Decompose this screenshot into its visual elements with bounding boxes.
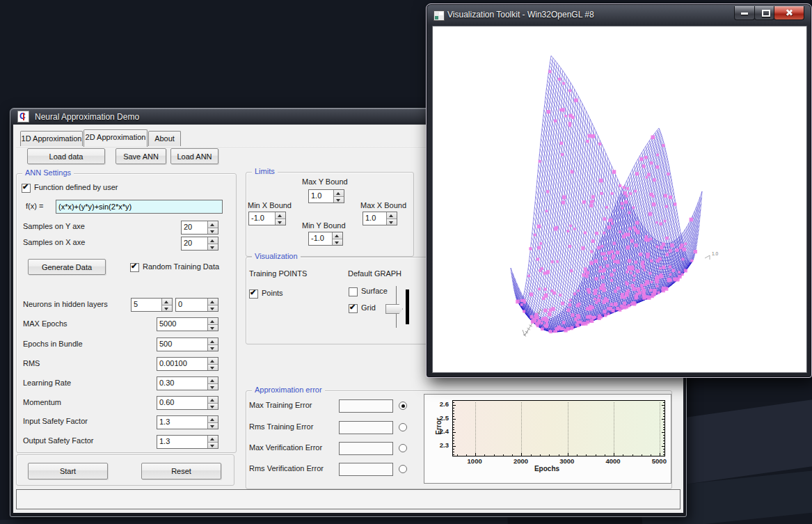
vtk-render-area[interactable]: 1.0 (432, 26, 807, 373)
learning-rate-stepper[interactable]: 0.30 (157, 376, 218, 390)
max-epochs-stepper[interactable]: 5000 (157, 317, 218, 331)
points-checkbox[interactable] (249, 289, 258, 299)
tab-about[interactable]: About (148, 131, 181, 146)
y-minor-tick (453, 449, 454, 450)
spinner-down-button[interactable] (208, 345, 218, 351)
fx-input[interactable] (56, 200, 223, 214)
spinner-down-button[interactable] (208, 423, 218, 429)
input-safety-stepper[interactable]: 1.3 (157, 415, 218, 429)
rms-value: 0.00100 (157, 358, 207, 370)
spinner-down-button[interactable] (162, 305, 172, 312)
min-y-bound-stepper[interactable]: -1.0 (308, 232, 343, 246)
max-verification-error-field[interactable] (339, 442, 393, 455)
tab-1d-approximation[interactable]: 1D Approximation (20, 131, 83, 146)
y-minor-tick (453, 402, 454, 403)
y-minor-tick (663, 440, 664, 441)
maximize-button[interactable] (754, 6, 774, 20)
y-minor-tick (663, 416, 664, 417)
samples-y-value: 20 (182, 221, 207, 234)
epochs-bundle-label: Epochs in Bundle (23, 340, 83, 348)
epochs-bundle-stepper[interactable]: 500 (157, 338, 218, 351)
spinner-down-button[interactable] (276, 219, 285, 225)
spinner-up-button[interactable] (208, 377, 218, 384)
max-verification-error-radio[interactable] (399, 444, 407, 452)
ann-settings-group-label: ANN Settings (22, 168, 74, 177)
max-verification-error-label: Max Verification Error (249, 443, 322, 452)
rms-verification-error-field[interactable] (339, 463, 393, 476)
spinner-up-button[interactable] (208, 299, 218, 305)
spinner-down-button[interactable] (208, 443, 218, 449)
spinner-down-button[interactable] (208, 244, 218, 251)
x-minor-tick (614, 454, 614, 456)
neurons-layer1-stepper[interactable]: 5 (131, 298, 173, 312)
rms-training-error-radio[interactable] (399, 423, 407, 431)
max-y-bound-value: 1.0 (309, 190, 333, 203)
x-minor-tick (494, 454, 495, 456)
y-minor-tick (453, 422, 454, 422)
status-box[interactable] (16, 489, 680, 509)
spinner-up-button[interactable] (208, 416, 218, 423)
spinner-down-button[interactable] (208, 305, 218, 312)
neurons-layer2-stepper[interactable]: 0 (175, 298, 218, 312)
spinner-up-button[interactable] (208, 436, 218, 443)
load-data-button[interactable]: Load data (27, 148, 105, 164)
spinner-down-button[interactable] (208, 228, 218, 235)
spinner-up-button[interactable] (333, 232, 342, 239)
reset-button[interactable]: Reset (141, 463, 221, 479)
spinner-down-button[interactable] (208, 325, 218, 331)
app-icon-bar (23, 113, 24, 120)
start-button[interactable]: Start (28, 463, 108, 479)
random-training-checkbox[interactable] (130, 263, 139, 272)
max-y-bound-stepper[interactable]: 1.0 (308, 189, 344, 203)
minimize-button[interactable] (734, 6, 755, 20)
surface-checkbox[interactable] (349, 287, 358, 296)
spinner-up-button[interactable] (208, 338, 218, 345)
y-minor-tick (663, 419, 664, 420)
spinner-up-button[interactable] (208, 221, 218, 228)
tab-2d-approximation[interactable]: 2D Approximation (83, 129, 148, 147)
output-safety-value: 1.3 (157, 436, 207, 448)
spinner-down-button[interactable] (208, 365, 218, 371)
spinner-up-button[interactable] (208, 397, 218, 404)
max-training-error-field[interactable] (339, 399, 393, 413)
vtk-titlebar[interactable]: Visualization Toolkit - Win32OpenGL #8 (427, 4, 811, 25)
y-minor-tick (453, 435, 454, 436)
samples-x-stepper[interactable]: 20 (181, 237, 218, 251)
spinner-down-button[interactable] (333, 239, 342, 246)
rms-training-error-field[interactable] (339, 421, 393, 434)
spinner-down-button[interactable] (334, 197, 344, 203)
save-ann-button[interactable]: Save ANN (116, 148, 166, 164)
samples-y-stepper[interactable]: 20 (181, 221, 218, 235)
grid-checkbox[interactable] (349, 304, 358, 313)
y-minor-tick (663, 449, 664, 450)
function-defined-checkbox[interactable] (22, 184, 31, 193)
spinner-down-button[interactable] (387, 219, 397, 225)
spinner-down-button[interactable] (208, 384, 218, 390)
generate-data-button[interactable]: Generate Data (28, 259, 106, 275)
rms-verification-error-radio[interactable] (399, 465, 407, 473)
axis-value-label: 1.0 (712, 251, 718, 256)
max-training-error-radio[interactable] (399, 402, 407, 410)
output-safety-stepper[interactable]: 1.3 (157, 435, 218, 449)
surface-wireframe (511, 56, 702, 332)
y-minor-tick (663, 452, 664, 452)
load-ann-button[interactable]: Load ANN (170, 148, 218, 164)
close-button[interactable] (774, 6, 804, 20)
spinner-up-button[interactable] (276, 212, 285, 219)
spinner-down-button[interactable] (208, 404, 218, 410)
max-x-bound-stepper[interactable]: 1.0 (363, 212, 397, 225)
min-x-bound-stepper[interactable]: -1.0 (248, 212, 286, 225)
rms-stepper[interactable]: 0.00100 (157, 357, 218, 371)
spinner-up-button[interactable] (208, 318, 218, 325)
spinner-up-button[interactable] (208, 237, 218, 244)
rms-label: RMS (23, 359, 40, 367)
spinner-up-button[interactable] (334, 190, 344, 197)
momentum-stepper[interactable]: 0.60 (157, 396, 218, 410)
x-minor-tick (484, 454, 485, 456)
x-minor-tick (559, 454, 559, 456)
spinner-up-button[interactable] (387, 212, 397, 219)
spinner-up-button[interactable] (162, 299, 172, 305)
surface-plot: 1.0 (433, 26, 806, 372)
spinner-up-button[interactable] (208, 358, 218, 365)
x-minor-tick (568, 454, 568, 456)
